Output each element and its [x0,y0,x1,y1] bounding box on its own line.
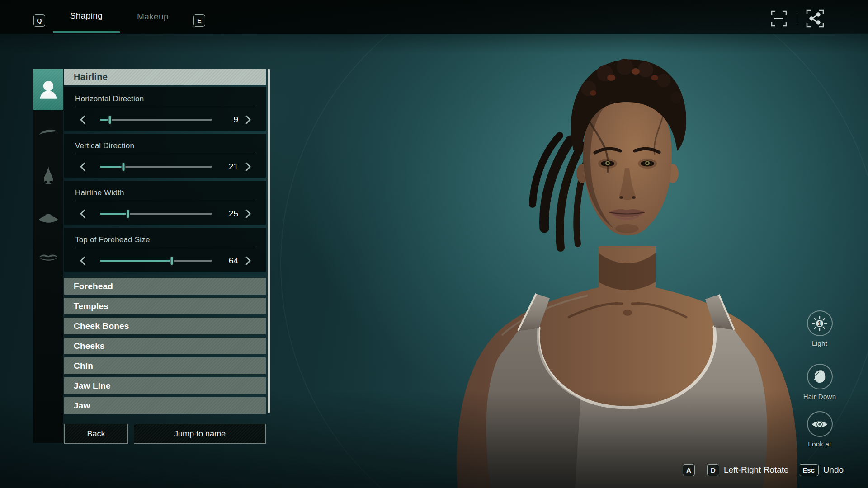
top-bar: Q Shaping Makeup E [0,0,868,34]
look-at-label: Look at [808,440,831,448]
nose-icon [42,166,55,185]
slider-rule [75,108,255,108]
head-profile-icon [813,370,826,384]
slider-value: 21 [218,162,238,172]
light-icon: 1 [812,316,827,331]
slider-label: Horizontal Direction [75,94,255,103]
slider-track[interactable] [100,115,212,125]
slider-rule [75,202,255,202]
eyebrow-icon [38,128,59,136]
decrease-button[interactable] [80,115,85,124]
lips-icon [38,252,59,263]
section-row-chin[interactable]: Chin [64,357,266,374]
section-row-forehead[interactable]: Forehead [64,278,266,295]
eye-icon [811,419,828,430]
slider-fill [100,260,172,262]
key-hint-d: D [707,464,719,476]
feature-category-sidebar [33,69,63,443]
tab-shaping[interactable]: Shaping [53,0,120,33]
key-hints-bar: A D Left-Right Rotate Esc Undo [683,464,844,476]
slider-track[interactable] [100,162,212,172]
slider-label: Vertical Direction [75,141,255,150]
sidebar-item-eyebrows[interactable] [33,119,63,145]
topbar-separator [797,13,797,24]
hide-ui-icon [770,10,788,27]
light-button[interactable]: 1 Light [793,310,847,347]
decrease-button[interactable] [80,162,85,171]
section-row-cheek-bones[interactable]: Cheek Bones [64,318,266,334]
slider-track[interactable] [100,209,212,219]
shaping-panel: Hairline Horizontal Direction 9 V [64,69,266,444]
sidebar-item-nose[interactable] [33,163,63,188]
section-row-temples[interactable]: Temples [64,298,266,314]
section-row-jaw-line[interactable]: Jaw Line [64,377,266,394]
look-at-button[interactable]: Look at [793,411,847,448]
decrease-button[interactable] [80,209,85,218]
increase-button[interactable] [245,256,251,265]
character-creator-screen: Q Shaping Makeup E [0,0,868,488]
eye-icon [38,212,58,225]
back-button[interactable]: Back [64,424,128,444]
slider-label: Hairline Width [75,188,255,197]
slider-hairline-width: Hairline Width 25 [64,181,266,225]
jump-to-name-button[interactable]: Jump to name [134,424,266,444]
slider-label: Top of Forehead Size [75,235,255,244]
slider-handle[interactable] [126,209,130,219]
key-hint-e: E [193,14,205,27]
decrease-button[interactable] [80,256,85,265]
sidebar-item-head[interactable] [33,69,63,110]
light-badge: 1 [818,320,821,327]
hair-down-label: Hair Down [803,393,836,400]
key-hint-a: A [683,464,695,476]
slider-rule [75,249,255,249]
head-icon [39,80,57,99]
slider-fill [100,213,128,215]
section-row-jaw[interactable]: Jaw [64,397,266,414]
panel-scrollbar[interactable] [268,69,270,413]
key-hint-q: Q [33,14,45,27]
hair-down-button[interactable]: Hair Down [793,364,847,400]
slider-rule [75,155,255,155]
hide-ui-button[interactable] [769,9,788,28]
increase-button[interactable] [245,209,251,218]
slider-handle[interactable] [170,256,174,266]
share-icon [806,9,825,28]
slider-handle[interactable] [108,115,112,125]
section-header-hairline[interactable]: Hairline [64,69,266,85]
slider-track[interactable] [100,256,212,266]
key-hint-esc: Esc [799,464,819,476]
slider-value: 64 [218,256,238,266]
undo-hint-label: Undo [823,465,844,475]
slider-handle[interactable] [122,162,126,172]
increase-button[interactable] [245,162,251,171]
increase-button[interactable] [245,115,251,124]
section-row-cheeks[interactable]: Cheeks [64,338,266,354]
slider-top-of-forehead-size: Top of Forehead Size 64 [64,228,266,272]
sidebar-item-eyes[interactable] [33,206,63,231]
share-button[interactable] [806,9,825,28]
slider-horizontal-direction: Horizontal Direction 9 [64,87,266,131]
slider-fill [100,166,123,168]
slider-vertical-direction: Vertical Direction 21 [64,134,266,178]
sidebar-item-lips[interactable] [33,245,63,270]
light-label: Light [812,339,827,347]
slider-value: 9 [218,115,238,125]
rotate-hint-label: Left-Right Rotate [724,465,789,475]
slider-value: 25 [218,209,238,219]
tab-makeup[interactable]: Makeup [128,0,178,33]
